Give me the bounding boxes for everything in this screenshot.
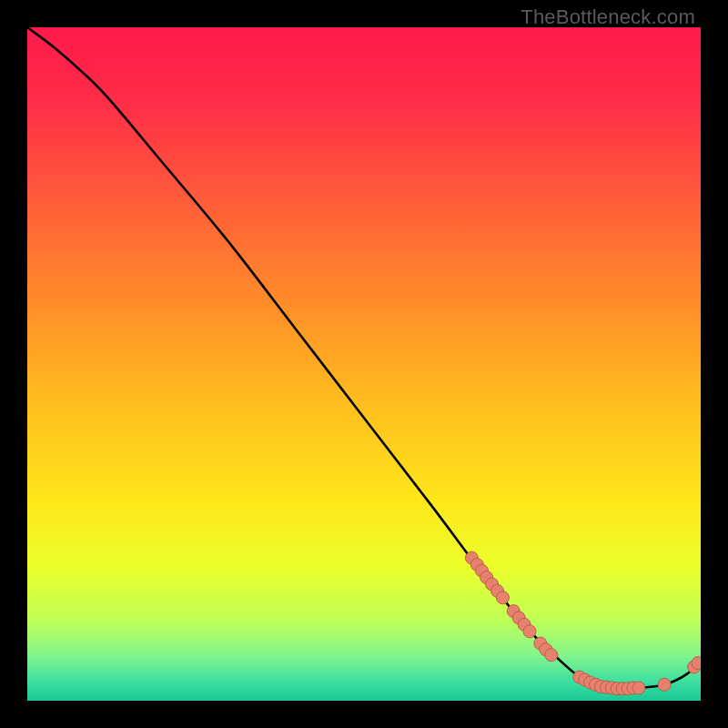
curve-marker: [496, 592, 509, 604]
plot-area: [27, 27, 701, 701]
curve-line: [27, 27, 701, 689]
chart-stage: TheBottleneck.com: [0, 0, 728, 728]
curve-marker: [545, 649, 558, 662]
curve-markers: [465, 551, 701, 695]
curve-marker: [692, 657, 701, 670]
curve-marker: [632, 682, 645, 694]
watermark-text: TheBottleneck.com: [521, 5, 695, 29]
curve-marker: [523, 625, 536, 638]
curve-marker: [658, 678, 671, 691]
bottleneck-curve: [27, 27, 701, 701]
